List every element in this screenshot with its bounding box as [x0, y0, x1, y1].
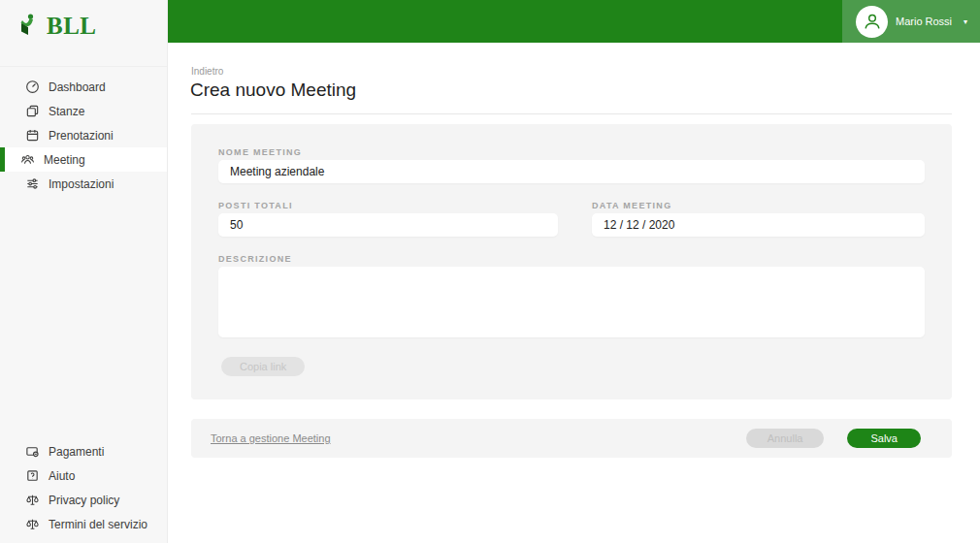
sidebar-item-stanze[interactable]: Stanze	[0, 99, 167, 123]
breadcrumb-back[interactable]: Indietro	[191, 66, 223, 77]
cancel-button[interactable]: Annulla	[746, 429, 825, 448]
sidebar-item-termini-del-servizio[interactable]: Termini del servizio	[0, 512, 167, 536]
credit-card-icon	[24, 444, 40, 460]
sidebar-item-label: Stanze	[49, 105, 84, 118]
sidebar-item-label: Impostazioni	[49, 177, 114, 191]
sidebar-item-pagamenti[interactable]: Pagamenti	[0, 439, 167, 463]
sliders-icon	[24, 176, 40, 192]
sidebar: BLL Dashboard Stanze	[0, 0, 168, 543]
dashboard-icon	[24, 80, 40, 95]
rooms-icon	[24, 104, 40, 119]
sidebar-item-aiuto[interactable]: Aiuto	[0, 463, 167, 488]
nome-meeting-input[interactable]	[218, 160, 925, 183]
sidebar-item-impostazioni[interactable]: Impostazioni	[0, 172, 167, 196]
brand-logo[interactable]: BLL	[0, 0, 167, 43]
title-divider	[191, 113, 952, 114]
page-title: Crea nuovo Meeting	[190, 80, 356, 101]
posti-totali-input[interactable]	[218, 213, 558, 237]
top-header-bar: Mario Rossi ▾	[168, 0, 980, 43]
sidebar-item-label: Privacy policy	[49, 494, 119, 507]
brand-logo-icon	[17, 12, 43, 41]
descrizione-textarea[interactable]	[218, 267, 925, 337]
help-icon	[24, 468, 40, 484]
sidebar-item-label: Prenotazioni	[49, 129, 114, 143]
sidebar-item-dashboard[interactable]: Dashboard	[0, 75, 167, 99]
sidebar-item-prenotazioni[interactable]: Prenotazioni	[0, 123, 167, 147]
descrizione-label: DESCRIZIONE	[218, 254, 292, 264]
sidebar-footer-nav: Pagamenti Aiuto Privacy policy	[0, 439, 167, 536]
sidebar-divider	[0, 66, 167, 67]
main-content: Indietro Crea nuovo Meeting NOME MEETING…	[168, 43, 980, 543]
avatar	[856, 6, 888, 38]
sidebar-item-label: Meeting	[44, 153, 85, 167]
sidebar-item-privacy-policy[interactable]: Privacy policy	[0, 488, 167, 512]
save-button[interactable]: Salva	[847, 429, 921, 448]
chevron-down-icon: ▾	[964, 17, 967, 26]
sidebar-item-label: Aiuto	[49, 469, 75, 483]
scales-icon	[24, 517, 40, 532]
copy-link-button[interactable]: Copia link	[221, 357, 305, 376]
brand-name: BLL	[47, 13, 97, 40]
posti-totali-label: POSTI TOTALI	[218, 201, 293, 210]
form-action-bar: Torna a gestione Meeting Annulla Salva	[191, 419, 952, 458]
sidebar-nav: Dashboard Stanze Prenotazioni	[0, 75, 167, 196]
calendar-icon	[24, 128, 40, 144]
sidebar-item-label: Pagamenti	[49, 445, 104, 459]
back-to-meetings-link[interactable]: Torna a gestione Meeting	[211, 432, 331, 444]
data-meeting-input[interactable]	[592, 213, 925, 237]
sidebar-item-label: Termini del servizio	[49, 518, 147, 531]
sidebar-item-meeting[interactable]: Meeting	[0, 147, 167, 172]
scales-icon	[24, 493, 40, 508]
user-menu[interactable]: Mario Rossi ▾	[842, 0, 980, 43]
sidebar-item-label: Dashboard	[49, 80, 106, 94]
user-name: Mario Rossi	[896, 16, 952, 27]
people-icon	[19, 152, 35, 168]
data-meeting-label: DATA MEETING	[592, 201, 671, 210]
meeting-form-panel: NOME MEETING POSTI TOTALI DATA MEETING D…	[191, 124, 952, 399]
nome-meeting-label: NOME MEETING	[218, 147, 302, 157]
